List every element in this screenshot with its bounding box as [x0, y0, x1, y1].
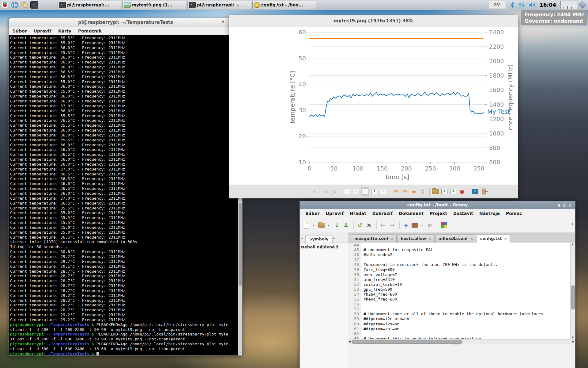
close-tab-icon[interactable]: ×	[470, 236, 473, 241]
toolbar-overflow-icon[interactable]: ▾	[571, 222, 573, 226]
build-dropdown-icon[interactable]: ▾	[420, 220, 424, 230]
geany-menu-zobraziť[interactable]: Zobraziť	[369, 211, 396, 216]
quit-icon[interactable]	[480, 187, 488, 196]
zoom-in-icon[interactable]: +	[352, 187, 360, 196]
line-text	[361, 257, 364, 262]
sidebar-tab-symbols[interactable]: Symboly	[305, 235, 333, 243]
scrollbar-thumb[interactable]	[571, 286, 575, 309]
flip-vertical-icon[interactable]: ⇕	[419, 187, 427, 196]
geany-menu-upraviť[interactable]: Upraviť	[323, 211, 347, 216]
terminal-launcher-icon[interactable]: >_	[30, 1, 39, 9]
cpu-temperature-widget[interactable]: 28°	[489, 1, 506, 9]
scroll-down-icon[interactable]: ▾	[238, 350, 242, 355]
geany-menu-dokument[interactable]: Dokument	[396, 211, 427, 216]
rotate-left-icon[interactable]: ↶	[392, 187, 400, 196]
actual-size-icon[interactable]: 1	[370, 187, 378, 196]
new-file-dropdown-icon[interactable]: ▾	[311, 220, 315, 230]
menu-raspberry-icon[interactable]	[1, 1, 9, 9]
network-traffic-icon[interactable]	[518, 2, 525, 8]
rotate-right-icon[interactable]: ↷	[401, 187, 409, 196]
y-right-axis-label: core frequency (MHz)	[507, 64, 514, 130]
flip-horizontal-icon[interactable]: ⇔	[410, 187, 418, 196]
prompt-dollar: $	[89, 342, 96, 346]
taskbar-window-button-2[interactable]: mytest9.png (1...	[123, 1, 186, 9]
geany-titlebar[interactable]: config.txt - /boot - Geany ∨∧×	[300, 201, 575, 209]
save-file-icon[interactable]: ↓	[440, 187, 448, 196]
editor-vertical-scrollbar[interactable]: ▲ ▼	[570, 243, 575, 339]
clock[interactable]: 16:04	[540, 2, 556, 8]
scroll-left-icon[interactable]: ◀	[348, 339, 352, 344]
compile-icon[interactable]: ◈	[402, 220, 410, 230]
terminal-log-line: Current temperature: 30.6°C - Frequency:…	[10, 249, 242, 254]
editor-horizontal-scrollbar[interactable]: ◀ ▶	[348, 339, 575, 344]
maximize-icon[interactable]: ∧	[562, 203, 567, 208]
scroll-down-icon[interactable]: ▼	[571, 336, 575, 339]
close-file-icon[interactable]: ×	[365, 220, 373, 230]
terminal-menu-karty[interactable]: Karty	[58, 29, 71, 33]
fullscreen-icon[interactable]: +	[379, 187, 387, 196]
close-tab-icon[interactable]: ×	[504, 236, 507, 241]
web-browser-icon[interactable]	[10, 1, 19, 9]
eject-media-icon[interactable]	[579, 1, 586, 9]
tab-hosts.allow[interactable]: hosts.allow×	[397, 234, 435, 243]
close-tab-icon[interactable]: ×	[428, 236, 432, 241]
play-slideshow-icon[interactable]: ▷	[330, 187, 338, 196]
terminal-menu-pomocník[interactable]: Pomocník	[78, 29, 101, 33]
sidebar-scroll-right-icon[interactable]: ▸	[333, 236, 336, 243]
geany-menu-projekt[interactable]: Projekt	[427, 211, 450, 216]
save-as-icon[interactable]: ↧	[449, 187, 457, 196]
save-file-icon[interactable]: ↓	[333, 220, 341, 230]
volume-icon[interactable]	[529, 2, 536, 8]
previous-image-icon[interactable]: ←	[312, 187, 320, 196]
navigate-forward-icon[interactable]: →	[388, 220, 396, 230]
fit-window-icon[interactable]	[361, 187, 369, 196]
terminal-menu-upraviť[interactable]: Upraviť	[34, 29, 51, 33]
taskbar-window-button-1[interactable]: >_pi@raspberrypi:...	[58, 1, 121, 9]
scrollbar-thumb[interactable]	[239, 203, 242, 286]
close-tab-icon[interactable]: ×	[390, 236, 394, 241]
terminal-output[interactable]: ▴ ▾ Current temperature: 35.5°C - Freque…	[9, 35, 242, 355]
folder-shape-icon	[318, 223, 325, 228]
preferences-icon[interactable]: ≡	[471, 187, 479, 196]
next-image-icon[interactable]: →	[321, 187, 329, 196]
scroll-right-icon[interactable]: ▶	[571, 339, 575, 344]
geany-menu-nástroje[interactable]: Nástroje	[476, 211, 503, 216]
color-chooser-icon[interactable]	[440, 220, 448, 230]
execute-icon[interactable]: ⊳	[426, 220, 434, 230]
chevron-down-icon[interactable]: ∨	[221, 19, 224, 24]
scroll-up-icon[interactable]: ▲	[571, 243, 575, 246]
minimize-icon[interactable]: ∨	[556, 203, 562, 208]
taskbar-window-button-3[interactable]: >_pi@raspberrypi: ~	[187, 1, 251, 9]
save-all-icon[interactable]: ⇊	[342, 220, 350, 230]
build-icon[interactable]	[411, 220, 419, 230]
zoom-out-icon[interactable]: −	[343, 187, 351, 196]
delete-file-icon[interactable]: ⊗	[458, 187, 466, 196]
image-viewer-titlebar[interactable]: mytest9.png (1976x1351) 38%	[229, 15, 518, 27]
bluetooth-icon[interactable]	[510, 2, 514, 8]
tab-influxdb.conf[interactable]: influxdb.conf×	[435, 234, 476, 243]
geany-menu-pomoc[interactable]: Pomoc	[503, 211, 525, 216]
geany-menu-súbor[interactable]: Súbor	[302, 211, 323, 216]
taskbar-window-button-4[interactable]: config.txt - /boo...	[252, 1, 316, 9]
navigate-back-icon[interactable]: ←	[379, 220, 387, 230]
x-tick-label: 200	[401, 165, 412, 172]
new-file-icon[interactable]	[302, 220, 310, 230]
taskbar: >_ >_pi@raspberrypi:...mytest9.png (1...…	[0, 0, 588, 10]
geany-menu-hľadať[interactable]: Hľadať	[347, 211, 369, 216]
close-icon[interactable]: ×	[567, 203, 573, 208]
revert-icon[interactable]: ↺	[356, 220, 364, 230]
geany-menu-zostaviť[interactable]: Zostaviť	[450, 211, 476, 216]
open-file-dropdown-icon[interactable]: ▾	[327, 220, 330, 230]
scrollbar-thumb[interactable]	[352, 340, 462, 344]
sidebar-scroll-left-icon[interactable]: ◂	[300, 236, 303, 243]
pane-resize-grip[interactable]: ·····	[452, 343, 460, 346]
terminal-menu-súbor[interactable]: Súbor	[13, 29, 27, 33]
open-file-icon[interactable]	[432, 187, 439, 196]
terminal-titlebar[interactable]: pi@raspberrypi: ~/TemperatureTests ∨	[9, 18, 242, 27]
tab-mosquitto.conf[interactable]: mosquitto.conf×	[351, 234, 397, 243]
open-file-icon[interactable]	[318, 220, 326, 230]
file-manager-icon[interactable]	[20, 1, 29, 9]
code-editor[interactable]: 4445# uncomment for composite PAL46#sdtv…	[348, 243, 575, 339]
cpu-usage-monitor[interactable]	[560, 1, 577, 9]
tab-config.txt[interactable]: config.txt×	[477, 234, 510, 243]
